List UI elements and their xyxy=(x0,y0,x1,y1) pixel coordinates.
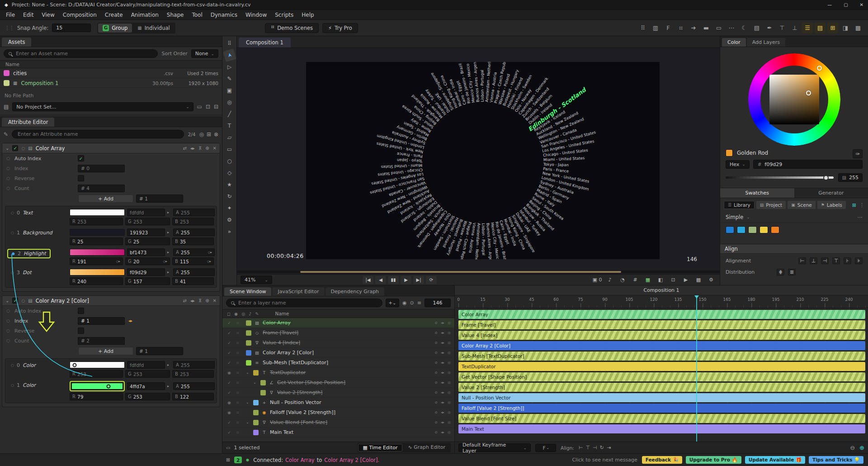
panel-layout-icon[interactable]: ▥ xyxy=(650,23,661,33)
target-icon[interactable]: ◎ xyxy=(448,361,451,365)
add-count-value[interactable]: # 1 xyxy=(136,347,183,355)
enable-checkbox[interactable]: ✓ xyxy=(12,145,18,151)
align-bottom-icon[interactable]: ⊥ xyxy=(789,23,800,33)
hex-value[interactable]: f09d29 xyxy=(127,268,165,276)
target-icon[interactable]: ◎ xyxy=(448,321,451,325)
green-value[interactable]: G20◇▸ xyxy=(125,257,170,265)
expand-arrow-icon[interactable]: ▸ xyxy=(167,210,171,214)
timeline-track[interactable]: Get Vector [Shape Position] xyxy=(458,372,865,381)
solo-toggle[interactable]: ▫ xyxy=(235,341,241,345)
solo-toggle[interactable]: ▫ xyxy=(235,410,241,414)
green-value[interactable]: G253 xyxy=(125,393,170,400)
target-icon[interactable]: ◎ xyxy=(448,351,451,355)
hue-marker[interactable] xyxy=(817,66,822,71)
section-header[interactable]: ⌄✓○▤Color Array 2 [Color]⇄◂▸⊼⊕✕ xyxy=(2,296,220,306)
pause-button[interactable]: ▮▮ xyxy=(388,276,399,284)
source-library[interactable]: ☰Library xyxy=(724,201,755,209)
alignment-icon[interactable]: ⊦ xyxy=(844,257,851,264)
solo-toggle[interactable]: ▫ xyxy=(235,331,241,335)
scrollbar-thumb[interactable] xyxy=(300,271,621,273)
asset-row[interactable]: ▦Composition 130.00fps1920 x 1080 xyxy=(0,78,222,88)
keyframe-icon[interactable]: ◂▸ xyxy=(441,400,444,404)
null-icon[interactable]: ⊘ xyxy=(434,361,438,365)
keyframe-icon[interactable]: ◂▸ xyxy=(190,298,195,303)
blue-value[interactable]: B41 xyxy=(172,277,214,285)
property-checkbox[interactable] xyxy=(78,175,84,181)
group-button[interactable]: GGroup xyxy=(98,24,132,33)
alignment-icon[interactable]: ⊥ xyxy=(810,257,817,264)
timeline-track[interactable]: Color Array 2 [Color] xyxy=(458,341,865,350)
line-tool[interactable]: ╱ xyxy=(224,109,235,119)
render-queue-icon[interactable]: ▶ xyxy=(681,276,691,284)
layer-row[interactable]: ◉▫◉Falloff [Value 2 [Strength]]⊘◂▸◎ xyxy=(222,408,454,418)
color-swatch-bar[interactable] xyxy=(70,361,125,368)
color-swatch-bar[interactable] xyxy=(70,269,125,276)
swap-icon[interactable]: ⇄ xyxy=(183,146,186,151)
color-swatch[interactable] xyxy=(726,226,734,233)
blue-value[interactable]: B122 xyxy=(172,393,214,400)
minimize-button[interactable]: — xyxy=(827,2,832,7)
timeline-align-icon[interactable]: ↻ xyxy=(600,445,604,451)
null-icon[interactable]: ⊘ xyxy=(434,390,438,395)
solo-toggle[interactable]: ▫ xyxy=(235,390,241,395)
camera-tool[interactable]: ▣ xyxy=(224,85,235,96)
ellipse-tool[interactable]: ○ xyxy=(224,156,235,166)
tab-swatches[interactable]: Swatches xyxy=(720,188,794,198)
keyframe-icon[interactable]: ◂▸ xyxy=(441,341,444,345)
audio-icon[interactable]: ♪ xyxy=(605,276,615,284)
timeline-track[interactable]: Sub-Mesh [TextDuplicator] xyxy=(458,352,865,361)
text-tool[interactable]: T xyxy=(224,120,235,131)
alpha-value[interactable]: A255 xyxy=(173,382,215,390)
solo-toggle[interactable]: ▫ xyxy=(235,400,241,404)
null-icon[interactable]: ⊘ xyxy=(434,430,438,434)
asset-row[interactable]: cities.csvUsed 2 times xyxy=(0,68,222,78)
hex-value[interactable]: 191923 xyxy=(127,228,165,236)
transform-tool[interactable]: ▱ xyxy=(224,132,235,143)
menu-scripts[interactable]: Scripts xyxy=(271,12,297,18)
keyframe-layer-select[interactable]: Default Keyframe Layer⌄ xyxy=(458,443,531,452)
viewport-canvas[interactable]: Edinburgh - ScotlandReykjavik - IcelandA… xyxy=(237,48,720,274)
alignment-icon[interactable]: ⊤ xyxy=(832,257,840,264)
red-value[interactable]: R253 xyxy=(70,370,123,378)
keyframe-icon[interactable]: ◂▸ xyxy=(441,351,444,355)
distribution-icon[interactable]: ⋕ xyxy=(777,269,784,276)
columns-icon[interactable]: ☰ xyxy=(802,23,813,33)
audio-column-icon[interactable]: ♪ xyxy=(249,311,251,316)
expand-arrow-icon[interactable]: ▸ xyxy=(167,230,171,234)
enable-checkbox[interactable]: ✓ xyxy=(12,298,18,304)
attribute-search[interactable] xyxy=(12,130,184,138)
property-value[interactable]: # 0 xyxy=(78,165,125,172)
keyframe-icon[interactable]: ◂▸ xyxy=(190,146,195,151)
pin-icon[interactable]: ⊼ xyxy=(198,298,202,303)
demo-scenes-button[interactable]: ⠛ Demo Scenes xyxy=(265,23,319,33)
keyframe-icon[interactable]: ◇▸ xyxy=(207,259,211,263)
dots-grid-icon[interactable]: ⠿ xyxy=(637,23,648,33)
timeline-align-icon[interactable]: ⊣ xyxy=(593,445,597,451)
target-icon[interactable]: ◎ xyxy=(448,410,451,414)
menu-create[interactable]: Create xyxy=(101,12,127,18)
duplicate-icon[interactable]: ▭ xyxy=(713,23,724,33)
menu-composition[interactable]: Composition xyxy=(59,12,101,18)
cache-icon[interactable]: ▣ 0 xyxy=(592,276,602,284)
grid-cells-icon[interactable]: ⊞ xyxy=(827,23,838,33)
visibility-toggle[interactable]: ✓ xyxy=(226,361,232,365)
skip-end-button[interactable]: ▶| xyxy=(413,276,424,284)
zoom-in-icon[interactable]: ⊕ xyxy=(859,444,864,451)
rectangle-tool[interactable]: ▭ xyxy=(224,144,235,155)
hex-value[interactable]: bf1473 xyxy=(127,248,165,256)
menu-dynamics[interactable]: Dynamics xyxy=(207,12,241,18)
green-value[interactable]: G157 xyxy=(125,277,170,285)
ellipsis-icon[interactable]: ⋯ xyxy=(726,23,737,33)
visibility-toggle[interactable]: ◉ xyxy=(226,371,232,375)
eyedropper-icon[interactable]: ✑ xyxy=(853,149,863,158)
section-header[interactable]: ⌄✓○▤Color Array⇄◂▸⊼⊕✕ xyxy=(2,143,220,153)
keyframe-icon[interactable]: ◂▸ xyxy=(441,380,444,385)
loop-button[interactable]: ⟳ xyxy=(426,276,437,284)
expand-chevron-icon[interactable]: ⌄ xyxy=(253,380,258,385)
color-entry-row[interactable]: ○0Colorfdfdfd▸A255R253G253B253 xyxy=(7,361,215,378)
color-entry-row[interactable]: ○3Dotf09d29▸A255R240G157B41 xyxy=(7,268,215,285)
timeline-align-icon[interactable]: ⊢ xyxy=(579,445,583,451)
blue-value[interactable]: B35 xyxy=(172,238,214,245)
expand-chevron-icon[interactable]: ⌄ xyxy=(246,420,250,424)
gradient-handle[interactable] xyxy=(106,384,110,388)
